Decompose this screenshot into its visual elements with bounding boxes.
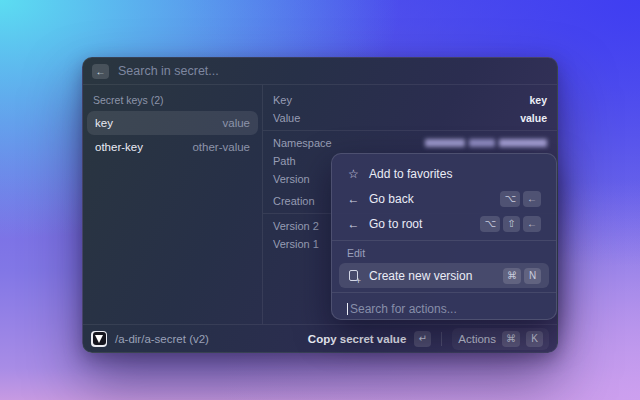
row-label: Version [273, 173, 310, 185]
row-label: Creation [273, 195, 315, 207]
actions-button[interactable]: Actions ⌘ K [452, 328, 549, 350]
menu-divider [332, 240, 556, 241]
menu-item-label: Add to favorites [369, 167, 541, 181]
star-icon: ☆ [347, 167, 360, 181]
list-item-key[interactable]: key value [87, 111, 258, 135]
k-keycap: K [526, 331, 543, 347]
menu-section-edit: Edit [339, 245, 549, 263]
shift-keycap: ⇧ [503, 216, 520, 232]
left-arrow-keycap: ← [523, 191, 541, 207]
redacted-namespace-value [425, 139, 547, 147]
option-keycap: ⌥ [480, 216, 500, 232]
menu-item-go-to-root[interactable]: ← Go to root ⌥ ⇧ ← [339, 211, 549, 236]
menu-divider [332, 292, 556, 293]
actions-menu-popup: ☆ Add to favorites ← Go back ⌥ ← ← Go to… [331, 153, 557, 320]
menu-item-label: Go to root [369, 217, 471, 231]
list-item-other-key[interactable]: other-key other-value [87, 135, 258, 159]
left-arrow-keycap: ← [523, 216, 541, 232]
actions-search-input[interactable]: Search for actions... [339, 297, 549, 316]
shortcut-keys: ⌥ ← [500, 191, 541, 207]
arrow-left-icon: ← [347, 192, 360, 206]
app-window: ← Search in secret... Secret keys (2) ke… [82, 57, 558, 353]
command-keycap: ⌘ [503, 268, 521, 284]
secret-keys-title: Secret keys (2) [87, 90, 258, 111]
secret-path: /a-dir/a-secret (v2) [115, 333, 209, 345]
option-keycap: ⌥ [500, 191, 520, 207]
arrow-left-icon: ← [347, 217, 360, 231]
detail-row-key: Key key [273, 91, 547, 109]
back-button[interactable]: ← [92, 64, 109, 79]
shortcut-keys: ⌘ N [503, 268, 541, 284]
text-caret [347, 303, 348, 315]
row-label: Value [273, 112, 300, 124]
row-label: Key [273, 94, 292, 106]
search-header: ← Search in secret... [83, 58, 557, 85]
command-keycap: ⌘ [502, 331, 520, 347]
menu-item-add-to-favorites[interactable]: ☆ Add to favorites [339, 161, 549, 186]
n-keycap: N [524, 268, 541, 284]
status-bar: /a-dir/a-secret (v2) Copy secret value ↵… [83, 324, 557, 352]
row-label: Version 1 [273, 238, 319, 250]
detail-divider [263, 130, 557, 131]
menu-item-label: Create new version [369, 269, 494, 283]
back-arrow-icon: ← [96, 66, 106, 77]
item-name: key [95, 117, 113, 129]
shortcut-keys: ⌥ ⇧ ← [480, 216, 541, 232]
actions-label: Actions [458, 333, 496, 345]
row-value: key [529, 94, 547, 106]
detail-row-namespace: Namespace [273, 134, 547, 152]
copy-secret-value-button[interactable]: Copy secret value [308, 333, 406, 345]
menu-item-label: Go back [369, 192, 491, 206]
menu-item-go-back[interactable]: ← Go back ⌥ ← [339, 186, 549, 211]
item-name: other-key [95, 141, 143, 153]
menu-item-create-new-version[interactable]: Create new version ⌘ N [339, 263, 549, 288]
statusbar-divider [441, 332, 442, 346]
secret-keys-panel: Secret keys (2) key value other-key othe… [83, 85, 263, 324]
detail-row-value: Value value [273, 109, 547, 127]
row-label: Version 2 [273, 220, 319, 232]
new-version-icon [349, 270, 358, 281]
row-label: Path [273, 155, 296, 167]
vault-logo-icon [91, 331, 107, 347]
item-value: other-value [192, 141, 250, 153]
row-value: value [520, 112, 547, 124]
return-keycap: ↵ [414, 331, 431, 347]
search-input[interactable]: Search in secret... [118, 64, 219, 78]
actions-search-placeholder: Search for actions... [350, 302, 457, 316]
item-value: value [223, 117, 251, 129]
row-label: Namespace [273, 137, 332, 149]
